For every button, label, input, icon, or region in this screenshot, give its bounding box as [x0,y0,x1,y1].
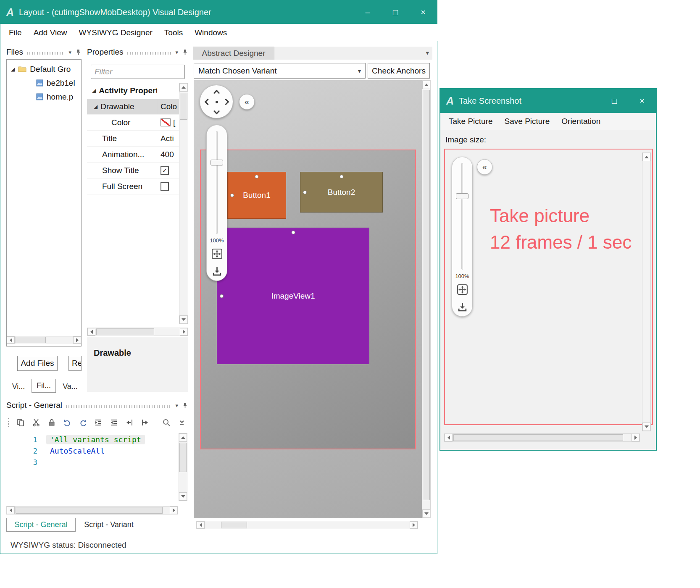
scroll-thumb[interactable] [221,522,247,528]
properties-hscrollbar[interactable] [87,328,188,336]
scroll-thumb[interactable] [180,93,187,120]
preview-vscrollbar[interactable] [642,152,651,431]
designer-view-button2[interactable]: Button2 [300,172,383,213]
property-row-title[interactable]: Title Acti [87,131,179,147]
menu-file[interactable]: File [3,24,28,41]
menu-save-picture[interactable]: Save Picture [499,113,556,130]
editor-vscrollbar[interactable] [179,433,187,501]
property-value[interactable]: Colo [157,99,179,114]
download-icon[interactable] [209,263,224,278]
properties-vscrollbar[interactable] [179,83,188,324]
copy-icon[interactable] [15,417,26,428]
filter-input[interactable] [91,67,201,76]
undo-icon[interactable] [62,417,73,428]
property-row-full-screen[interactable]: Full Screen [87,178,179,194]
remove-files-button[interactable]: Re [68,356,82,371]
toolbar-overflow-icon[interactable] [176,417,187,428]
scroll-thumb[interactable] [16,337,46,343]
close-button[interactable]: × [409,0,437,24]
tab-variants[interactable]: Va... [59,380,81,393]
scroll-left-button[interactable] [197,521,205,529]
scroll-left-button[interactable] [7,336,15,344]
indent-increase-icon[interactable] [108,417,119,428]
pan-left-icon[interactable] [205,99,211,105]
anchor-dot[interactable] [230,194,234,197]
menu-windows[interactable]: Windows [189,24,233,41]
scroll-left-button[interactable] [445,434,453,441]
property-row-animation[interactable]: Animation... 400 [87,147,179,163]
download-icon[interactable] [455,299,470,314]
scroll-thumb[interactable] [16,507,163,514]
collapse-tools-button[interactable]: « [477,159,492,175]
property-value[interactable]: Acti [157,131,179,146]
group-expander-icon[interactable]: ◢ [92,88,96,94]
designer-view-imageview1[interactable]: ImageView1 [217,228,369,364]
scroll-up-button[interactable] [422,81,430,89]
check-anchors-button[interactable]: Check Anchors [368,63,430,79]
collapse-tools-button[interactable]: « [239,94,255,110]
variant-selector[interactable]: Match Chosen Variant ▾ [194,63,366,79]
scroll-thumb[interactable] [423,90,430,500]
zoom-slider[interactable] [452,157,472,273]
property-row-show-title[interactable]: Show Title ✓ [87,163,179,178]
menu-tools[interactable]: Tools [158,24,189,41]
tab-abstract-designer[interactable]: Abstract Designer [193,47,274,60]
anchors-icon[interactable] [455,282,470,297]
scroll-right-button[interactable] [410,521,418,529]
panel-menu-caret-icon[interactable]: ▾ [175,49,178,55]
menu-take-picture[interactable]: Take Picture [443,113,499,130]
scroll-left-button[interactable] [7,507,15,514]
pin-icon[interactable] [75,49,82,55]
anchors-icon[interactable] [209,246,224,261]
zoom-slider-thumb[interactable] [456,193,468,199]
editor-hscrollbar[interactable] [6,506,178,514]
files-hscrollbar[interactable] [7,336,81,344]
row-expander-icon[interactable]: ◢ [94,104,97,110]
zoom-slider[interactable] [207,125,227,237]
scroll-down-button[interactable] [179,315,188,324]
property-row-color[interactable]: Color [ [87,115,179,131]
pin-icon[interactable] [182,402,188,409]
files-tree[interactable]: ◢ Default Gro be2b1el home.p [6,59,82,346]
scroll-down-button[interactable] [642,423,650,431]
tree-item-file[interactable]: home.p [7,90,81,104]
pan-control[interactable] [200,85,233,118]
cut-icon[interactable] [31,417,42,428]
property-group-activity[interactable]: ◢ Activity Properti [87,83,179,99]
menu-orientation[interactable]: Orientation [555,113,606,130]
full-screen-checkbox[interactable] [161,182,169,191]
tab-files[interactable]: Fil... [32,379,56,393]
panel-menu-caret-icon[interactable]: ▾ [175,402,178,409]
indent-decrease-icon[interactable] [93,417,104,428]
maximize-button[interactable]: □ [600,89,628,113]
lock-icon[interactable] [46,417,57,428]
shift-left-icon[interactable] [124,417,135,428]
scroll-down-button[interactable] [422,509,430,518]
anchor-dot[interactable] [339,175,343,178]
anchor-dot[interactable] [220,294,224,298]
panel-menu-caret-icon[interactable]: ▾ [426,49,429,57]
show-title-checkbox[interactable]: ✓ [161,166,169,175]
scroll-up-button[interactable] [179,433,187,442]
tab-script-variant[interactable]: Script - Variant [77,518,141,531]
property-value[interactable]: 400 [157,147,179,162]
close-button[interactable]: × [628,89,656,113]
pan-right-icon[interactable] [223,99,229,105]
designer-canvas[interactable]: Button1 Button2 ImageView1 « [194,80,422,518]
anchor-dot[interactable] [291,231,295,234]
scroll-up-button[interactable] [179,83,188,92]
scroll-right-button[interactable] [632,434,639,441]
menu-add-view[interactable]: Add View [28,24,73,41]
search-icon[interactable] [161,417,172,428]
tab-script-general[interactable]: Script - General [6,518,76,532]
designer-vscrollbar[interactable] [422,80,431,518]
anchor-dot[interactable] [255,175,259,178]
pin-icon[interactable] [182,49,188,55]
scroll-right-button[interactable] [180,328,188,336]
zoom-slider-track[interactable] [216,131,218,234]
designer-view-button1[interactable]: Button1 [227,172,286,219]
tree-item-file[interactable]: be2b1el [7,76,81,90]
pan-up-icon[interactable] [213,90,220,97]
tree-item-default-group[interactable]: ◢ Default Gro [7,62,81,76]
script-editor[interactable]: 1 'All variants script 2 AutoScaleAll 3 [6,430,179,506]
